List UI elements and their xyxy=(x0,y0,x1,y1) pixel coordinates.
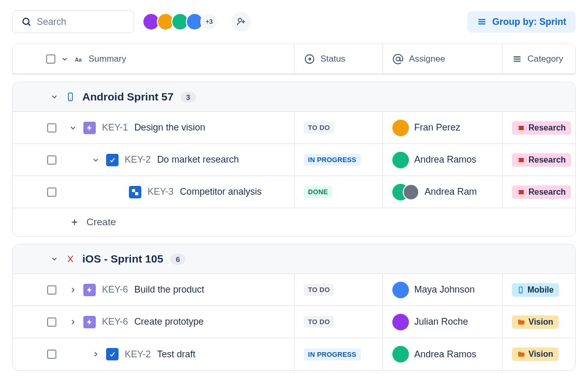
cell-summary: KEY-6 Build the product xyxy=(13,274,295,306)
issue-key[interactable]: KEY-6 xyxy=(102,284,128,295)
chevron-right-icon[interactable] xyxy=(69,286,77,294)
status-badge[interactable]: DONE xyxy=(304,186,332,198)
create-label: Create xyxy=(86,216,116,228)
avatar[interactable] xyxy=(392,152,409,168)
group-by-button[interactable]: Group by: Sprint xyxy=(467,11,576,33)
group-title: iOS - Sprint 105 xyxy=(82,253,163,265)
status-badge[interactable]: IN PROGRESS xyxy=(304,349,361,360)
select-all-checkbox[interactable] xyxy=(46,54,55,64)
table-row[interactable]: KEY-3 Competitor analysis DONE Andrea Ra… xyxy=(13,176,575,208)
issue-summary[interactable]: Do market research xyxy=(157,154,239,165)
row-checkbox[interactable] xyxy=(47,350,56,359)
mobile-icon xyxy=(66,92,75,101)
cell-category[interactable]: Vision xyxy=(503,306,575,338)
issue-key[interactable]: KEY-1 xyxy=(102,122,128,133)
issue-summary[interactable]: Create prototype xyxy=(134,316,203,327)
cell-assignee[interactable]: Andrea Ramos xyxy=(383,338,503,370)
category-badge[interactable]: Vision xyxy=(512,315,558,329)
chevron-down-icon[interactable] xyxy=(61,55,69,63)
avatar[interactable] xyxy=(392,314,409,330)
cell-assignee[interactable]: Andrea Ramos xyxy=(383,144,503,176)
toolbar: +3 Group by: Sprint xyxy=(0,10,588,43)
table-row[interactable]: KEY-6 Build the product TO DO Maya Johns… xyxy=(13,274,575,306)
chevron-down-icon[interactable] xyxy=(50,93,58,101)
cell-category[interactable]: Mobile xyxy=(503,274,575,306)
assignee-name: Fran Perez xyxy=(414,122,460,133)
group-header[interactable]: Android Sprint 57 3 xyxy=(13,82,575,112)
search-box[interactable] xyxy=(12,10,134,33)
row-checkbox[interactable] xyxy=(47,317,56,327)
cell-category[interactable]: Vision xyxy=(503,338,575,370)
issue-summary[interactable]: Competitor analysis xyxy=(180,186,261,197)
table-row[interactable]: KEY-2 Do market research IN PROGRESS And… xyxy=(13,144,575,176)
table-row[interactable]: KEY-6 Create prototype TO DO Julian Roch… xyxy=(13,306,575,338)
avatar[interactable] xyxy=(392,120,409,136)
status-badge[interactable]: TO DO xyxy=(304,316,334,328)
cell-status[interactable]: DONE xyxy=(295,176,383,208)
column-summary[interactable]: Aa Summary xyxy=(13,44,295,74)
assignee-name: Andrea Ram xyxy=(424,186,477,197)
status-badge[interactable]: TO DO xyxy=(304,122,334,134)
issue-summary[interactable]: Build the product xyxy=(134,284,204,295)
row-checkbox[interactable] xyxy=(47,155,56,165)
row-checkbox[interactable] xyxy=(47,123,56,133)
chevron-down-icon[interactable] xyxy=(50,255,58,263)
column-category[interactable]: Category xyxy=(503,44,575,74)
chevron-right-icon[interactable] xyxy=(69,318,77,326)
cell-status[interactable]: IN PROGRESS xyxy=(295,338,383,370)
status-badge[interactable]: IN PROGRESS xyxy=(304,154,361,166)
svg-point-0 xyxy=(23,18,29,24)
issue-key[interactable]: KEY-6 xyxy=(102,316,128,327)
avatar[interactable] xyxy=(392,282,409,298)
table-row[interactable]: KEY-1 Design the vision TO DO Fran Perez… xyxy=(13,112,575,144)
cell-summary: KEY-2 Do market research xyxy=(13,144,295,176)
chevron-down-icon[interactable] xyxy=(69,124,77,132)
cell-assignee[interactable]: Maya Johnson xyxy=(383,274,503,306)
row-checkbox[interactable] xyxy=(47,285,56,295)
category-badge[interactable]: Research xyxy=(512,121,571,135)
cell-assignee[interactable]: Julian Roche xyxy=(383,306,503,338)
cell-status[interactable]: IN PROGRESS xyxy=(295,144,383,176)
issue-summary[interactable]: Design the vision xyxy=(134,122,205,133)
issue-summary[interactable]: Test draft xyxy=(157,349,195,360)
avatar-stack[interactable]: +3 xyxy=(142,13,218,31)
table-row[interactable]: KEY-2 Test draft IN PROGRESS Andrea Ramo… xyxy=(13,338,575,370)
category-badge[interactable]: Research xyxy=(512,153,571,167)
add-user-button[interactable] xyxy=(231,12,251,32)
cell-status[interactable]: TO DO xyxy=(295,112,383,143)
arrow-circle-icon xyxy=(304,53,315,65)
cell-category[interactable]: Research xyxy=(503,144,575,176)
column-status[interactable]: Status xyxy=(295,44,383,74)
status-badge[interactable]: TO DO xyxy=(304,284,334,296)
avatar-overflow[interactable]: +3 xyxy=(200,13,218,31)
cell-summary: KEY-1 Design the vision xyxy=(13,112,295,143)
issue-key[interactable]: KEY-3 xyxy=(148,186,173,197)
count-badge: 6 xyxy=(170,254,185,265)
task-icon xyxy=(106,154,119,166)
cell-category[interactable]: Research xyxy=(503,176,575,208)
avatar[interactable] xyxy=(392,346,409,362)
issue-key[interactable]: KEY-2 xyxy=(125,349,151,360)
cell-status[interactable]: TO DO xyxy=(295,306,383,338)
chevron-down-icon[interactable] xyxy=(92,156,100,164)
row-checkbox[interactable] xyxy=(47,187,56,197)
cell-assignee[interactable]: Andrea Ram xyxy=(383,176,503,208)
category-badge[interactable]: Mobile xyxy=(512,283,559,297)
cell-assignee[interactable]: Fran Perez xyxy=(383,112,503,143)
category-badge[interactable]: Vision xyxy=(512,347,558,361)
column-assignee[interactable]: Assignee xyxy=(383,44,503,74)
chevron-right-icon[interactable] xyxy=(92,350,100,358)
svg-point-2 xyxy=(238,18,242,22)
issue-key[interactable]: KEY-2 xyxy=(125,154,151,165)
phone-icon xyxy=(517,286,524,294)
column-label: Status xyxy=(320,54,345,64)
cell-summary: KEY-6 Create prototype xyxy=(13,306,295,338)
group-header[interactable]: iOS - Sprint 105 6 xyxy=(13,244,575,274)
cell-category[interactable]: Research xyxy=(503,112,575,143)
category-badge[interactable]: Research xyxy=(512,185,571,199)
cell-status[interactable]: TO DO xyxy=(295,274,383,306)
avatar[interactable] xyxy=(403,184,419,200)
assignee-name: Julian Roche xyxy=(414,316,468,327)
search-input[interactable] xyxy=(37,17,125,27)
create-button[interactable]: Create xyxy=(13,208,575,236)
